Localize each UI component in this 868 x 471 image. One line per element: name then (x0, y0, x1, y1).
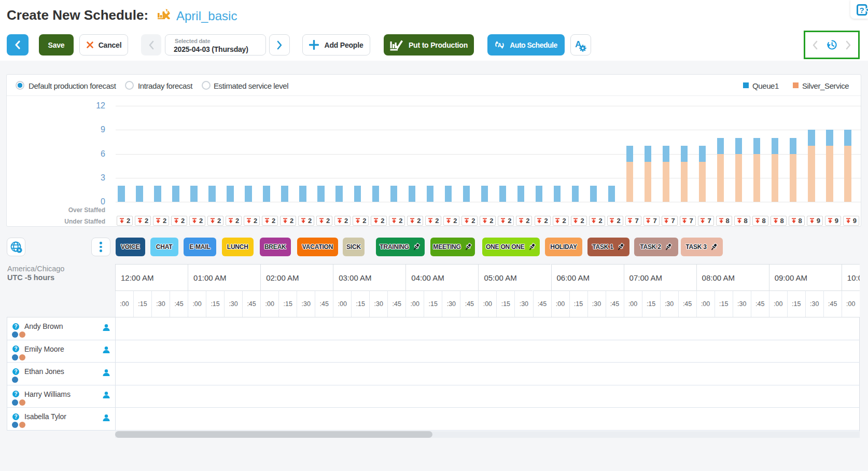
svg-text:A: A (498, 42, 502, 48)
svg-text:?: ? (859, 6, 864, 15)
